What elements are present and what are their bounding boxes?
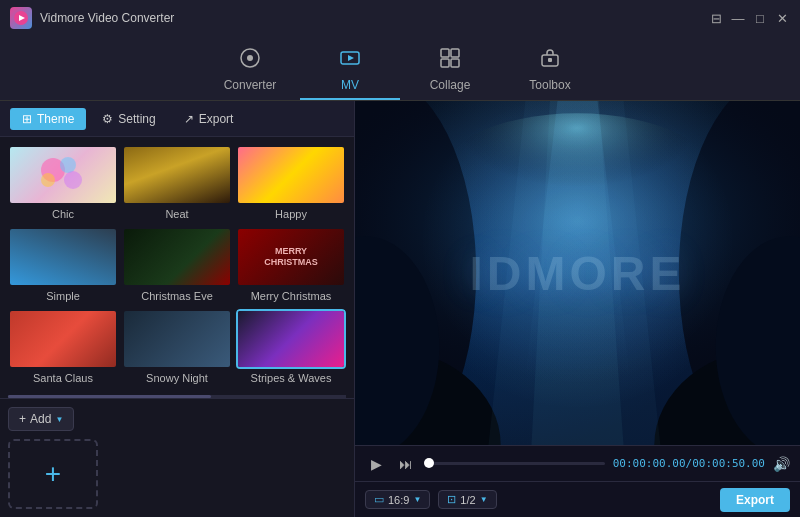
add-media-plus-icon: + [45, 458, 61, 490]
time-current: 00:00:00.00 [613, 457, 686, 470]
ratio-icon: ▭ [374, 493, 384, 506]
titlebar-message-btn[interactable]: ⊟ [708, 10, 724, 26]
preview-scene: IDMORE [355, 101, 800, 445]
svg-point-13 [60, 157, 76, 173]
main-content: ⊞ Theme ⚙ Setting ↗ Export [0, 101, 800, 517]
theme-merry-christmas[interactable]: MERRYCHRISTMAS Merry Christmas [236, 227, 346, 305]
tab-mv[interactable]: MV [300, 40, 400, 100]
app-title: Vidmore Video Converter [40, 11, 174, 25]
skip-button[interactable]: ⏭ [395, 453, 417, 475]
title-bar: Vidmore Video Converter ⊟ — □ ✕ [0, 0, 800, 36]
ratio-chevron-icon: ▼ [413, 495, 421, 504]
theme-christmas-eve[interactable]: Christmas Eve [122, 227, 232, 305]
format-left: ▭ 16:9 ▼ ⊡ 1/2 ▼ [365, 490, 497, 509]
theme-chic[interactable]: Chic [8, 145, 118, 223]
export-button[interactable]: Export [720, 488, 790, 512]
subtab-export[interactable]: ↗ Export [172, 108, 246, 130]
theme-simple-label: Simple [46, 290, 80, 302]
theme-chic-thumb [8, 145, 118, 205]
theme-snowy-night-label: Snowy Night [146, 372, 208, 384]
subtab-export-label: Export [199, 112, 234, 126]
theme-christmas-eve-thumb [122, 227, 232, 287]
subtab-setting[interactable]: ⚙ Setting [90, 108, 167, 130]
svg-point-14 [41, 173, 55, 187]
theme-stripes-waves-thumb [236, 309, 346, 369]
controls-bar: ▶ ⏭ 00:00:00.00/00:00:50.00 🔊 [355, 445, 800, 481]
theme-chic-label: Chic [52, 208, 74, 220]
theme-simple-thumb [8, 227, 118, 287]
tab-mv-label: MV [341, 78, 359, 92]
time-total: 00:00:50.00 [692, 457, 765, 470]
theme-happy-thumb [236, 145, 346, 205]
nav-bar: Converter MV Collage [0, 36, 800, 101]
theme-merry-christmas-thumb: MERRYCHRISTMAS [236, 227, 346, 287]
export-arrow-icon: ↗ [184, 112, 194, 126]
ratio-select[interactable]: ▭ 16:9 ▼ [365, 490, 430, 509]
tab-converter[interactable]: Converter [200, 40, 300, 100]
add-plus-icon: + [19, 412, 26, 426]
theme-santa-claus-thumb [8, 309, 118, 369]
theme-simple[interactable]: Simple [8, 227, 118, 305]
svg-rect-11 [548, 58, 552, 62]
page-chevron-icon: ▼ [480, 495, 488, 504]
theme-neat-thumb [122, 145, 232, 205]
progress-knob[interactable] [424, 458, 434, 468]
theme-neat[interactable]: Neat [122, 145, 232, 223]
theme-happy-label: Happy [275, 208, 307, 220]
left-panel: ⊞ Theme ⚙ Setting ↗ Export [0, 101, 355, 517]
titlebar-close-btn[interactable]: ✕ [774, 10, 790, 26]
toolbox-icon [539, 47, 561, 74]
titlebar-minimize-btn[interactable]: — [730, 10, 746, 26]
tab-collage[interactable]: Collage [400, 40, 500, 100]
svg-rect-8 [441, 59, 449, 67]
theme-snowy-night[interactable]: Snowy Night [122, 309, 232, 387]
play-icon: ▶ [371, 456, 382, 472]
subtab-theme[interactable]: ⊞ Theme [10, 108, 86, 130]
theme-santa-claus[interactable]: Santa Claus [8, 309, 118, 387]
add-label: Add [30, 412, 51, 426]
mv-icon [339, 47, 361, 74]
page-icon: ⊡ [447, 493, 456, 506]
title-bar-controls: ⊟ — □ ✕ [708, 10, 790, 26]
preview-watermark: IDMORE [470, 246, 686, 301]
tab-toolbox-label: Toolbox [529, 78, 570, 92]
add-media-placeholder[interactable]: + [8, 439, 98, 509]
theme-happy[interactable]: Happy [236, 145, 346, 223]
app-logo [10, 7, 32, 29]
subtab-theme-label: Theme [37, 112, 74, 126]
format-bar: ▭ 16:9 ▼ ⊡ 1/2 ▼ Export [355, 481, 800, 517]
theme-snowy-night-thumb [122, 309, 232, 369]
right-panel: IDMORE ▶ ⏭ 00:00:00.00/00:00:50.00 🔊 [355, 101, 800, 517]
preview-area: IDMORE [355, 101, 800, 445]
converter-icon [239, 47, 261, 74]
svg-point-15 [64, 171, 82, 189]
theme-merry-christmas-label: Merry Christmas [251, 290, 332, 302]
page-value: 1/2 [460, 494, 475, 506]
sub-tabs: ⊞ Theme ⚙ Setting ↗ Export [0, 101, 354, 137]
theme-stripes-waves[interactable]: Stripes & Waves [236, 309, 346, 387]
page-select[interactable]: ⊡ 1/2 ▼ [438, 490, 496, 509]
titlebar-maximize-btn[interactable]: □ [752, 10, 768, 26]
svg-rect-6 [441, 49, 449, 57]
svg-rect-9 [451, 59, 459, 67]
theme-christmas-eve-label: Christmas Eve [141, 290, 213, 302]
theme-grid: Chic Neat Happy Simple [0, 137, 354, 395]
theme-santa-claus-label: Santa Claus [33, 372, 93, 384]
svg-point-3 [247, 55, 253, 61]
add-button[interactable]: + Add ▼ [8, 407, 74, 431]
volume-icon[interactable]: 🔊 [773, 456, 790, 472]
skip-icon: ⏭ [399, 456, 413, 472]
progress-bar[interactable] [425, 462, 605, 465]
collage-icon [439, 47, 461, 74]
theme-neat-label: Neat [165, 208, 188, 220]
play-button[interactable]: ▶ [365, 453, 387, 475]
ratio-value: 16:9 [388, 494, 409, 506]
svg-marker-5 [348, 55, 354, 61]
theme-grid-icon: ⊞ [22, 112, 32, 126]
add-section: + Add ▼ + [0, 398, 354, 517]
tab-toolbox[interactable]: Toolbox [500, 40, 600, 100]
theme-stripes-waves-label: Stripes & Waves [251, 372, 332, 384]
subtab-setting-label: Setting [118, 112, 155, 126]
title-bar-left: Vidmore Video Converter [10, 7, 174, 29]
svg-rect-7 [451, 49, 459, 57]
